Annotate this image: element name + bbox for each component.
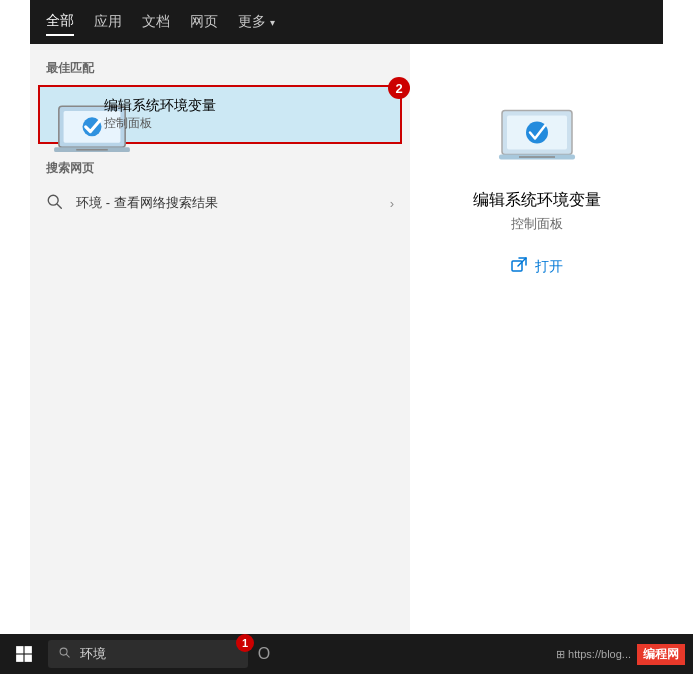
start-button[interactable] [0, 634, 48, 674]
best-match-text: 编辑系统环境变量 控制面板 [104, 97, 388, 132]
web-search-label: 搜索网页 [30, 160, 410, 185]
left-panel: 最佳匹配 [30, 44, 410, 640]
step-badge-2: 2 [388, 77, 410, 99]
arrow-right-icon: › [390, 196, 394, 211]
taskbar-search-text: 环境 [80, 645, 106, 663]
taskbar: 环境 1 O ⊞ https://blog... 编程网 [0, 634, 693, 674]
open-button[interactable]: 打开 [511, 257, 563, 276]
nav-tabs: 全部 应用 文档 网页 更多 ▾ [30, 0, 663, 44]
search-icon [46, 193, 66, 213]
tab-docs[interactable]: 文档 [142, 9, 170, 35]
taskbar-right: ⊞ https://blog... 编程网 [556, 644, 693, 665]
best-match-subtitle: 控制面板 [104, 115, 388, 132]
tab-more[interactable]: 更多 ▾ [238, 9, 275, 35]
best-match-label: 最佳匹配 [30, 60, 410, 85]
tab-all[interactable]: 全部 [46, 8, 74, 36]
detail-icon [497, 104, 577, 174]
right-panel: 编辑系统环境变量 控制面板 打开 [410, 44, 663, 640]
svg-rect-14 [16, 646, 23, 653]
search-window: 全部 应用 文档 网页 更多 ▾ 最佳匹配 [30, 0, 663, 640]
tab-apps[interactable]: 应用 [94, 9, 122, 35]
tab-web[interactable]: 网页 [190, 9, 218, 35]
web-search-text: 环境 - 查看网络搜索结果 [76, 194, 390, 212]
step-badge-1: 1 [236, 634, 254, 652]
web-search-item[interactable]: 环境 - 查看网络搜索结果 › [30, 185, 410, 221]
cortana-icon: O [258, 645, 270, 663]
chevron-down-icon: ▾ [270, 17, 275, 28]
open-label: 打开 [535, 258, 563, 276]
svg-rect-16 [16, 655, 23, 662]
best-match-item[interactable]: 编辑系统环境变量 控制面板 2 [38, 85, 402, 144]
best-match-title: 编辑系统环境变量 [104, 97, 388, 115]
svg-rect-15 [25, 646, 32, 653]
control-panel-icon [52, 100, 92, 130]
svg-point-5 [48, 195, 58, 205]
content-area: 最佳匹配 [30, 44, 663, 640]
svg-rect-17 [25, 655, 32, 662]
watermark-text: 编程网 [637, 644, 685, 665]
detail-title: 编辑系统环境变量 [473, 190, 601, 211]
taskbar-search-icon [58, 646, 72, 663]
svg-line-6 [57, 204, 61, 208]
detail-subtitle: 控制面板 [511, 215, 563, 233]
taskbar-search-bar[interactable]: 环境 1 [48, 640, 248, 668]
open-link-icon [511, 257, 527, 276]
taskbar-url-text: ⊞ https://blog... [556, 648, 631, 661]
svg-line-19 [66, 654, 69, 657]
